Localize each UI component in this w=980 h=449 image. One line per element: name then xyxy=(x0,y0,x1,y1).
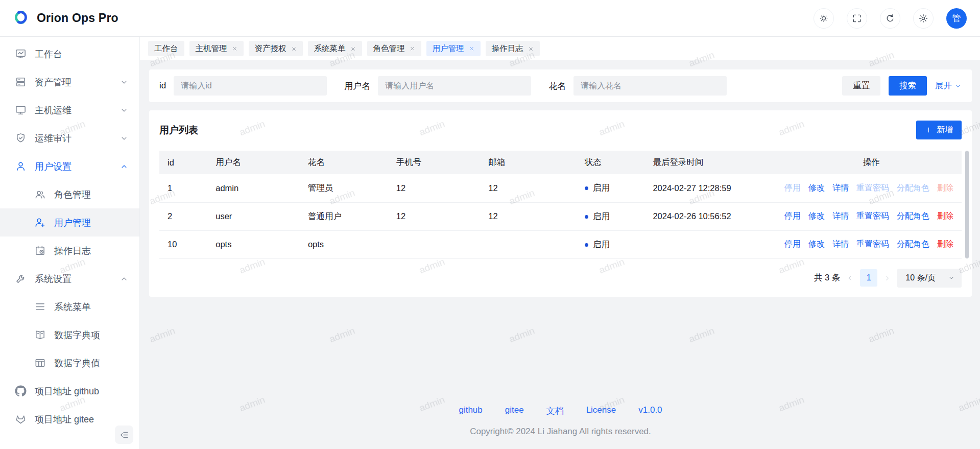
sidebar-item-label: 操作日志 xyxy=(54,245,91,257)
settings-icon[interactable] xyxy=(913,8,934,29)
grid-icon xyxy=(34,357,46,369)
fullscreen-icon[interactable] xyxy=(847,8,867,29)
tab-item[interactable]: 系统菜单 xyxy=(308,41,362,56)
footer-link[interactable]: github xyxy=(459,405,482,417)
add-user-button[interactable]: 新增 xyxy=(916,121,962,139)
expand-toggle[interactable]: 展开 xyxy=(935,80,962,91)
collapse-sidebar-button[interactable] xyxy=(115,426,133,444)
table-cell: admin xyxy=(207,174,300,202)
close-icon[interactable] xyxy=(350,46,356,52)
footer-links: githubgitee文档Licensev1.0.0 xyxy=(149,405,972,417)
sidebar-item-workbench[interactable]: 工作台 xyxy=(0,40,139,68)
tab-item[interactable]: 操作日志 xyxy=(486,41,540,56)
row-action-link[interactable]: 停用 xyxy=(784,211,801,222)
chevron-down-icon xyxy=(120,78,128,86)
row-action-link[interactable]: 分配角色 xyxy=(897,239,929,250)
row-action-link[interactable]: 修改 xyxy=(808,239,825,250)
search-field-nickname: 花名 xyxy=(548,76,727,96)
role-icon xyxy=(34,188,46,201)
logo[interactable]: Orion Ops Pro xyxy=(11,8,118,29)
chevron-down-icon xyxy=(120,106,128,114)
search-input-id[interactable] xyxy=(174,76,327,96)
sidebar-item-grid[interactable]: 数据字典值 xyxy=(0,349,139,377)
sidebar-item-user[interactable]: 用户设置 xyxy=(0,152,139,180)
sidebar-item-menu[interactable]: 系统菜单 xyxy=(0,293,139,321)
sidebar-item-github[interactable]: 项目地址 github xyxy=(0,377,139,405)
chevron-up-icon xyxy=(120,162,128,171)
row-action-link[interactable]: 修改 xyxy=(808,183,825,194)
sidebar-item-audit[interactable]: 运维审计 xyxy=(0,124,139,152)
sidebar-item-host[interactable]: 主机运维 xyxy=(0,96,139,124)
page-size-select[interactable]: 10 条/页 xyxy=(897,269,962,288)
footer-link[interactable]: v1.0.0 xyxy=(638,405,662,417)
app-title: Orion Ops Pro xyxy=(37,11,118,25)
column-header: 用户名 xyxy=(207,151,300,174)
search-button[interactable]: 搜索 xyxy=(889,76,927,96)
sidebar-item-wrench[interactable]: 系统设置 xyxy=(0,265,139,293)
close-icon[interactable] xyxy=(232,46,237,52)
search-label-id: id xyxy=(159,81,166,91)
row-action-link[interactable]: 详情 xyxy=(832,183,849,194)
status-dot xyxy=(585,243,588,247)
tab-item[interactable]: 资产授权 xyxy=(249,41,303,56)
tab-item[interactable]: 主机管理 xyxy=(189,41,244,56)
sidebar-item-label: 数据字典值 xyxy=(54,357,100,369)
prev-page-button[interactable] xyxy=(846,274,854,282)
content: id 用户名 花名 重置 搜索 展开 xyxy=(140,60,980,449)
status-cell: 启用 xyxy=(577,202,645,230)
user-add-icon xyxy=(34,217,46,229)
sidebar-item-label: 主机运维 xyxy=(35,104,71,116)
sidebar-item-label: 系统设置 xyxy=(35,273,71,285)
sidebar-item-label: 角色管理 xyxy=(54,188,91,201)
tab-item[interactable]: 角色管理 xyxy=(367,41,421,56)
footer-link[interactable]: gitee xyxy=(505,405,524,417)
gitee-icon xyxy=(14,413,27,426)
close-icon[interactable] xyxy=(291,46,297,52)
tab-label: 工作台 xyxy=(154,43,178,54)
table-scrollbar[interactable] xyxy=(965,151,969,258)
close-icon[interactable] xyxy=(528,46,534,52)
sidebar-item-log[interactable]: 操作日志 xyxy=(0,237,139,265)
close-icon[interactable] xyxy=(410,46,415,52)
tab-active[interactable]: 用户管理 xyxy=(426,41,481,56)
row-action-link[interactable]: 停用 xyxy=(784,239,801,250)
table-cell: 管理员 xyxy=(300,174,388,202)
sidebar-item-book[interactable]: 数据字典项 xyxy=(0,321,139,349)
table-cell: 10 xyxy=(159,230,207,258)
refresh-icon[interactable] xyxy=(880,8,900,29)
sidebar-item-label: 项目地址 gitee xyxy=(35,413,94,426)
sidebar-item-assets[interactable]: 资产管理 xyxy=(0,68,139,96)
status-badge: 启用 xyxy=(593,240,610,249)
table-cell: opts xyxy=(207,230,300,258)
table-cell xyxy=(388,230,481,258)
row-action-link[interactable]: 重置密码 xyxy=(856,239,889,250)
sidebar-item-role[interactable]: 角色管理 xyxy=(0,180,139,208)
wrench-icon xyxy=(14,273,27,285)
next-page-button[interactable] xyxy=(883,274,891,282)
search-label-nickname: 花名 xyxy=(548,80,566,92)
row-action-link[interactable]: 删除 xyxy=(937,239,953,250)
search-input-nickname[interactable] xyxy=(573,76,727,96)
avatar[interactable]: 管 xyxy=(946,8,967,29)
sidebar-item-user-add[interactable]: 用户管理 xyxy=(0,208,139,237)
row-action-link[interactable]: 修改 xyxy=(808,211,825,222)
row-action-link[interactable]: 分配角色 xyxy=(897,211,929,222)
page-1-button[interactable]: 1 xyxy=(860,269,877,287)
brightness-icon[interactable] xyxy=(814,8,834,29)
search-card: id 用户名 花名 重置 搜索 展开 xyxy=(149,69,972,102)
row-action-link[interactable]: 删除 xyxy=(937,211,953,222)
footer-link[interactable]: 文档 xyxy=(546,405,564,417)
footer-link[interactable]: License xyxy=(586,405,616,417)
chevron-down-icon xyxy=(120,134,128,143)
search-input-username[interactable] xyxy=(378,76,531,96)
tab-item[interactable]: 工作台 xyxy=(148,41,184,56)
row-action-link[interactable]: 详情 xyxy=(832,211,849,222)
sidebar: 工作台资产管理主机运维运维审计用户设置角色管理用户管理操作日志系统设置系统菜单数… xyxy=(0,37,140,449)
sidebar-item-label: 运维审计 xyxy=(35,132,71,145)
sidebar-nav: 工作台资产管理主机运维运维审计用户设置角色管理用户管理操作日志系统设置系统菜单数… xyxy=(0,40,139,433)
row-action-link[interactable]: 重置密码 xyxy=(856,211,889,222)
close-icon[interactable] xyxy=(469,46,474,52)
sidebar-item-label: 工作台 xyxy=(35,48,62,60)
row-action-link[interactable]: 详情 xyxy=(832,239,849,250)
reset-button[interactable]: 重置 xyxy=(842,76,880,96)
